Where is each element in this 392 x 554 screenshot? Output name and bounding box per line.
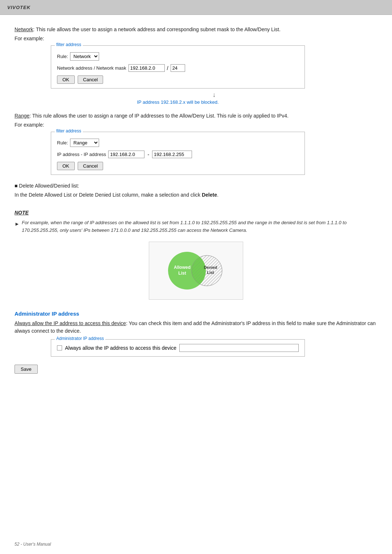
delete-title-line: ■ Delete Allowed/Denied list: [15,182,377,190]
allowed-label-line2: List [178,271,186,276]
venn-box: Allowed List Denied List [149,242,243,300]
note-text-content: For example, when the range of IP addres… [22,220,347,233]
admin-checkbox[interactable] [57,345,62,350]
admin-description: Always allow the IP address to access th… [15,320,377,335]
cancel-button-2[interactable]: Cancel [78,162,103,170]
filter-rule-row-1: Rule: Network [57,52,299,61]
filter-address-box-1: filter address Rule: Network Network add… [51,45,305,89]
ip-start-input[interactable] [108,151,144,158]
delete-title: Delete Allowed/Denied list: [19,183,79,189]
network-mask-input[interactable] [171,64,185,72]
network-addr-label: Network address / Network mask [57,65,126,71]
range-for-example: For example: [15,121,377,129]
admin-desc-underline: Always allow the IP address to access th… [15,320,126,326]
ip-range-label: IP address - IP address [57,152,106,157]
delete-desc: In the Delete Allowed List or Delete Den… [15,192,202,198]
cancel-button-1[interactable]: Cancel [78,75,103,84]
filter-buttons-1: OK Cancel [57,75,299,84]
allowed-label-line1: Allowed [174,265,191,270]
network-desc-text: : This rule allows the user to assign a … [33,26,280,32]
rule-label-2: Rule: [57,140,68,145]
network-description: Network: This rule allows the user to as… [15,26,377,33]
note-bullet: ► [15,220,20,228]
ip-end-input[interactable] [152,151,192,158]
filter-legend-1: filter address [55,42,83,47]
arrow-down-1: ↓ [51,91,377,98]
admin-ip-box: Administrator IP address Always allow th… [51,339,305,357]
note-section: NOTE ► For example, when the range of IP… [15,210,377,300]
delete-description-line: In the Delete Allowed List or Delete Den… [15,191,377,199]
filter-ip-range-row: IP address - IP address - [57,151,299,158]
save-button[interactable]: Save [15,365,38,374]
rule-label-1: Rule: [57,54,68,59]
network-address-input[interactable] [128,64,165,72]
brand-logo: VIVOTEK [7,5,30,10]
separator-slash: / [167,65,168,71]
denied-label-line1: Denied [204,265,217,270]
footer-text: 52 - User's Manual [15,542,51,547]
admin-box-legend: Administrator IP address [55,336,105,341]
range-desc-text: : This rule allows the user to assign a … [29,113,289,119]
range-description: Range: This rule allows the user to assi… [15,112,377,120]
venn-svg: Allowed List Denied List [156,247,236,294]
delete-bold: Delete [202,192,217,198]
header: VIVOTEK [0,0,392,15]
filter-network-row: Network address / Network mask / [57,64,299,72]
admin-ip-input[interactable] [179,344,299,352]
denied-label-line2: List [207,270,214,275]
range-section: Range: This rule allows the user to assi… [15,112,377,175]
network-for-example: For example: [15,35,377,42]
admin-checkbox-row: Always allow the IP address to access th… [57,344,299,352]
delete-section: ■ Delete Allowed/Denied list: In the Del… [15,182,377,199]
main-content: Network: This rule allows the user to as… [0,15,392,388]
ip-blocked-note: IP address 192.168.2.x will be blocked. [51,99,305,105]
admin-section-title: Administrator IP address [15,311,377,317]
range-label: Range [15,113,29,119]
delete-bullet: ■ [15,183,17,189]
admin-section: Administrator IP address Always allow th… [15,311,377,374]
filter-legend-2: filter address [55,128,83,134]
delete-period: . [217,192,219,198]
admin-checkbox-label: Always allow the IP address to access th… [65,345,176,351]
network-label: Network [15,26,33,32]
rule-select-2[interactable]: Range [70,139,99,147]
filter-buttons-2: OK Cancel [57,162,299,170]
filter-address-box-2: filter address Rule: Range IP address - … [51,132,305,175]
note-content: ► For example, when the range of IP addr… [15,219,377,234]
rule-select-1[interactable]: Network [70,52,99,61]
footer: 52 - User's Manual [15,542,51,547]
venn-diagram-container: Allowed List Denied List [15,242,377,300]
page: VIVOTEK Network: This rule allows the us… [0,0,392,554]
ok-button-2[interactable]: OK [57,162,75,170]
separator-dash: - [147,152,149,157]
network-section: Network: This rule allows the user to as… [15,26,377,105]
filter-rule-row-2: Rule: Range [57,139,299,147]
note-title: NOTE [15,210,377,216]
ok-button-1[interactable]: OK [57,75,75,84]
